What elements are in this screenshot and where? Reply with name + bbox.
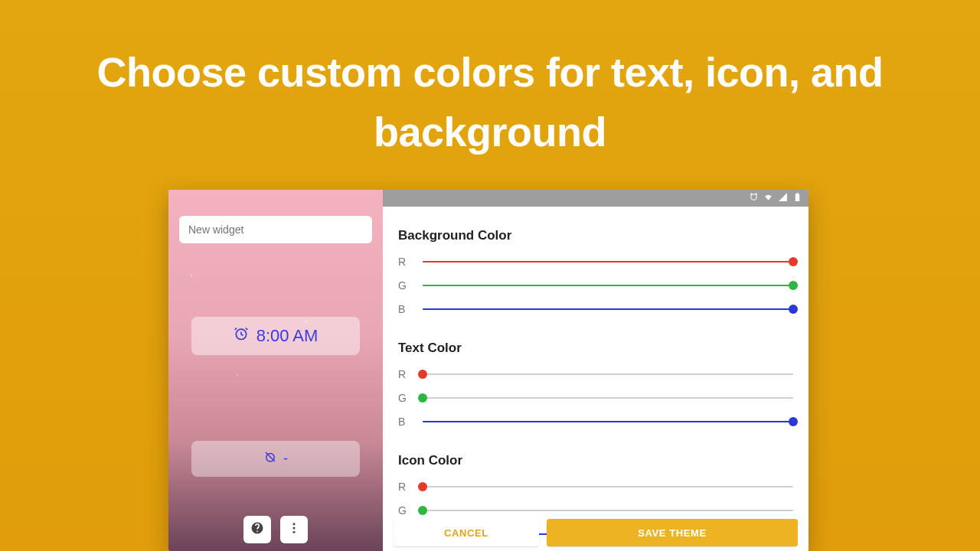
slider-thumb[interactable] bbox=[789, 281, 798, 290]
battery-status-icon bbox=[792, 192, 802, 204]
channel-label-r: R bbox=[398, 481, 407, 493]
channel-label-g: G bbox=[398, 504, 407, 517]
svg-point-4 bbox=[293, 531, 296, 533]
text-b-slider[interactable] bbox=[423, 416, 793, 428]
text-color-section: Text Color R G B bbox=[398, 341, 793, 433]
slider-track bbox=[423, 486, 793, 487]
preview-panel: 8:00 AM - bbox=[168, 190, 383, 551]
signal-status-icon bbox=[778, 192, 788, 204]
icon-g-slider[interactable] bbox=[423, 504, 793, 517]
widget-preview-disabled[interactable]: - bbox=[191, 441, 360, 477]
background-r-slider[interactable] bbox=[423, 256, 793, 268]
more-vert-icon bbox=[287, 521, 301, 538]
slider-fill bbox=[423, 285, 793, 286]
text-r-slider[interactable] bbox=[423, 368, 793, 380]
background-color-section: Background Color R G B bbox=[398, 228, 793, 321]
slider-thumb[interactable] bbox=[418, 393, 427, 403]
background-b-slider[interactable] bbox=[423, 303, 793, 315]
background-g-slider[interactable] bbox=[423, 279, 793, 292]
icon-r-row: R bbox=[398, 474, 793, 498]
page-headline: Choose custom colors for text, icon, and… bbox=[0, 42, 980, 162]
channel-label-g: G bbox=[398, 392, 407, 404]
text-r-row: R bbox=[398, 362, 793, 386]
background-g-row: G bbox=[398, 273, 793, 297]
device-frame: 3:17 8:00 AM bbox=[168, 190, 808, 551]
text-b-row: B bbox=[398, 409, 793, 433]
slider-thumb[interactable] bbox=[418, 506, 427, 515]
slider-thumb[interactable] bbox=[789, 417, 798, 426]
slider-track bbox=[423, 397, 793, 399]
text-color-title: Text Color bbox=[398, 341, 793, 356]
help-icon bbox=[250, 521, 264, 538]
widget-preview-alarm[interactable]: 8:00 AM bbox=[191, 317, 360, 355]
slider-fill bbox=[423, 261, 793, 262]
widget-alarm-time: 8:00 AM bbox=[256, 326, 318, 346]
slider-thumb[interactable] bbox=[418, 370, 427, 379]
slider-track bbox=[423, 510, 793, 511]
slider-thumb[interactable] bbox=[789, 257, 798, 266]
slider-thumb[interactable] bbox=[418, 482, 427, 491]
widget-disabled-text: - bbox=[283, 451, 288, 467]
icon-color-title: Icon Color bbox=[398, 453, 793, 468]
widget-name-input[interactable] bbox=[179, 216, 372, 243]
text-g-row: G bbox=[398, 386, 793, 409]
channel-label-b: B bbox=[398, 416, 407, 428]
slider-fill bbox=[423, 308, 793, 310]
channel-label-r: R bbox=[398, 368, 407, 380]
alarm-status-icon bbox=[749, 192, 759, 204]
background-color-title: Background Color bbox=[398, 228, 793, 243]
alarm-icon bbox=[234, 326, 249, 346]
icon-r-slider[interactable] bbox=[423, 481, 793, 493]
svg-point-3 bbox=[293, 527, 296, 530]
help-button[interactable] bbox=[243, 516, 271, 543]
cancel-button[interactable]: CANCEL bbox=[394, 519, 539, 546]
text-g-slider[interactable] bbox=[423, 392, 793, 404]
save-theme-button[interactable]: SAVE THEME bbox=[547, 519, 798, 546]
channel-label-g: G bbox=[398, 279, 407, 292]
background-r-row: R bbox=[398, 249, 793, 273]
alarm-off-icon bbox=[263, 450, 277, 468]
slider-track bbox=[423, 373, 793, 375]
slider-fill bbox=[423, 421, 793, 422]
channel-label-r: R bbox=[398, 256, 407, 268]
more-button[interactable] bbox=[280, 516, 308, 543]
channel-label-b: B bbox=[398, 303, 407, 315]
wifi-status-icon bbox=[763, 192, 773, 204]
slider-thumb[interactable] bbox=[789, 305, 798, 314]
svg-point-2 bbox=[293, 523, 296, 525]
settings-panel: Background Color R G B Text Color R G bbox=[383, 207, 808, 551]
background-b-row: B bbox=[398, 297, 793, 321]
